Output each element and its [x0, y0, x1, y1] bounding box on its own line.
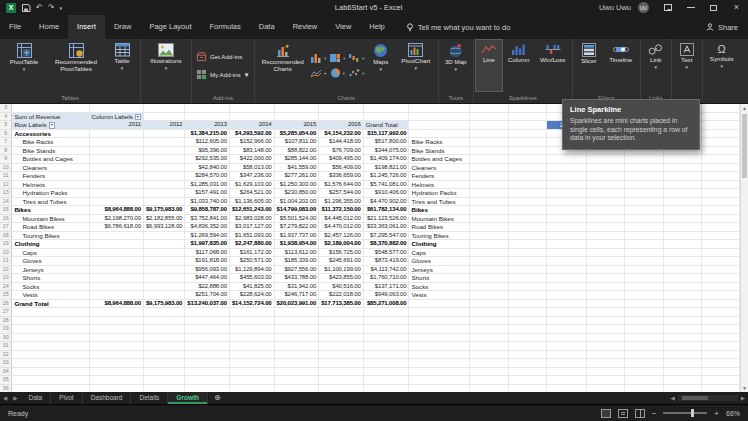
cell[interactable]: [143, 308, 184, 317]
column-sparkline-button[interactable]: Column: [503, 40, 535, 91]
cell[interactable]: [143, 163, 184, 172]
cell[interactable]: [625, 223, 663, 232]
cell[interactable]: $7,295,547.00: [363, 231, 409, 240]
cell[interactable]: $1,384,215.00: [185, 129, 230, 138]
cell[interactable]: [701, 138, 739, 147]
cell[interactable]: [701, 299, 739, 308]
cell[interactable]: [229, 359, 274, 368]
cell[interactable]: [508, 342, 546, 351]
cell[interactable]: [89, 163, 143, 172]
cell[interactable]: [508, 223, 546, 232]
cell[interactable]: [470, 333, 508, 342]
cell[interactable]: [143, 240, 184, 249]
zoom-in-button[interactable]: +: [714, 409, 719, 418]
row-number[interactable]: 19: [0, 240, 12, 249]
cell[interactable]: [470, 172, 508, 181]
scroll-up-icon[interactable]: ▲: [741, 104, 748, 112]
cell[interactable]: [470, 359, 508, 368]
win-loss-sparkline-button[interactable]: Win/Loss: [536, 40, 570, 91]
cell[interactable]: [143, 155, 184, 164]
cell[interactable]: [546, 299, 586, 308]
cell[interactable]: [663, 384, 701, 392]
cell[interactable]: [143, 112, 184, 121]
cell[interactable]: [89, 138, 143, 147]
cell[interactable]: [274, 308, 319, 317]
row-number[interactable]: 7: [0, 138, 12, 147]
cell[interactable]: [701, 121, 739, 130]
cell[interactable]: [508, 206, 546, 215]
cell[interactable]: [409, 342, 470, 351]
pivottable-button[interactable]: PivotTable ▼: [2, 40, 46, 91]
cell[interactable]: [363, 308, 409, 317]
cell[interactable]: $2,189,004.00: [319, 240, 364, 249]
cell[interactable]: [229, 342, 274, 351]
cell[interactable]: [701, 316, 739, 325]
ribbon-display-options-button[interactable]: [656, 0, 679, 15]
cell[interactable]: $157,491.00: [185, 189, 230, 198]
cell[interactable]: $17,713,385.00: [319, 299, 364, 308]
sheet-tab-dashboard[interactable]: Dashboard: [83, 392, 132, 404]
row-number[interactable]: 25: [0, 291, 12, 300]
symbols-button[interactable]: Ω Symbols ▼: [705, 40, 739, 91]
cell[interactable]: [663, 240, 701, 249]
cell[interactable]: [319, 342, 364, 351]
cell[interactable]: $548,577.00: [363, 248, 409, 257]
row-number[interactable]: 36: [0, 384, 12, 392]
cell[interactable]: [143, 172, 184, 181]
cell[interactable]: [229, 308, 274, 317]
cell[interactable]: [274, 350, 319, 359]
cell[interactable]: [508, 257, 546, 266]
cell[interactable]: $910,406.00: [363, 189, 409, 198]
cell[interactable]: [185, 342, 230, 351]
cell[interactable]: [508, 163, 546, 172]
cell[interactable]: [89, 248, 143, 257]
cell[interactable]: $8,964,888.00: [89, 206, 143, 215]
cell[interactable]: [89, 180, 143, 189]
cell[interactable]: Jerseys: [12, 265, 89, 274]
cell[interactable]: $198,821.00: [363, 163, 409, 172]
cell[interactable]: [701, 155, 739, 164]
cell[interactable]: [546, 248, 586, 257]
cell[interactable]: Clothing: [12, 240, 89, 249]
insert-waterfall-chart-button[interactable]: ▼: [348, 51, 366, 65]
cell[interactable]: [546, 282, 586, 291]
cell[interactable]: [185, 359, 230, 368]
scroll-left-icon[interactable]: ◀: [671, 395, 675, 401]
cell[interactable]: [470, 291, 508, 300]
cell[interactable]: [185, 308, 230, 317]
row-number[interactable]: 14: [0, 197, 12, 206]
cell[interactable]: Helmets: [12, 180, 89, 189]
cell[interactable]: $423,855.00: [319, 274, 364, 283]
cell[interactable]: $5,741,081.00: [363, 180, 409, 189]
row-number[interactable]: 29: [0, 325, 12, 334]
cell[interactable]: [587, 180, 625, 189]
cell[interactable]: $161,172.00: [229, 248, 274, 257]
cell[interactable]: [587, 308, 625, 317]
cell[interactable]: [701, 265, 739, 274]
cell[interactable]: [319, 367, 364, 376]
cell[interactable]: [89, 146, 143, 155]
cell[interactable]: [12, 104, 89, 112]
cell[interactable]: $409,495.00: [319, 155, 364, 164]
cell[interactable]: [363, 376, 409, 385]
insert-scatter-chart-button[interactable]: ▼: [348, 66, 366, 80]
cell[interactable]: Grand Total: [12, 299, 89, 308]
cell[interactable]: Row Labels: [12, 121, 89, 130]
cell[interactable]: [701, 231, 739, 240]
cell[interactable]: [663, 248, 701, 257]
cell[interactable]: [663, 308, 701, 317]
cell[interactable]: $11,372,150.00: [319, 206, 364, 215]
cell[interactable]: [663, 333, 701, 342]
cell[interactable]: $251,704.00: [185, 291, 230, 300]
cell[interactable]: Fenders: [12, 172, 89, 181]
cell[interactable]: $2,182,855.00: [143, 214, 184, 223]
cell[interactable]: [701, 104, 739, 112]
cell[interactable]: $336,659.00: [319, 172, 364, 181]
cell[interactable]: [143, 342, 184, 351]
cell[interactable]: [663, 214, 701, 223]
cell[interactable]: $956,093.00: [185, 265, 230, 274]
cell[interactable]: Bikes: [409, 206, 470, 215]
sheet-nav-left-icon[interactable]: ◀: [0, 392, 10, 404]
cell[interactable]: [143, 265, 184, 274]
cell[interactable]: [229, 384, 274, 392]
